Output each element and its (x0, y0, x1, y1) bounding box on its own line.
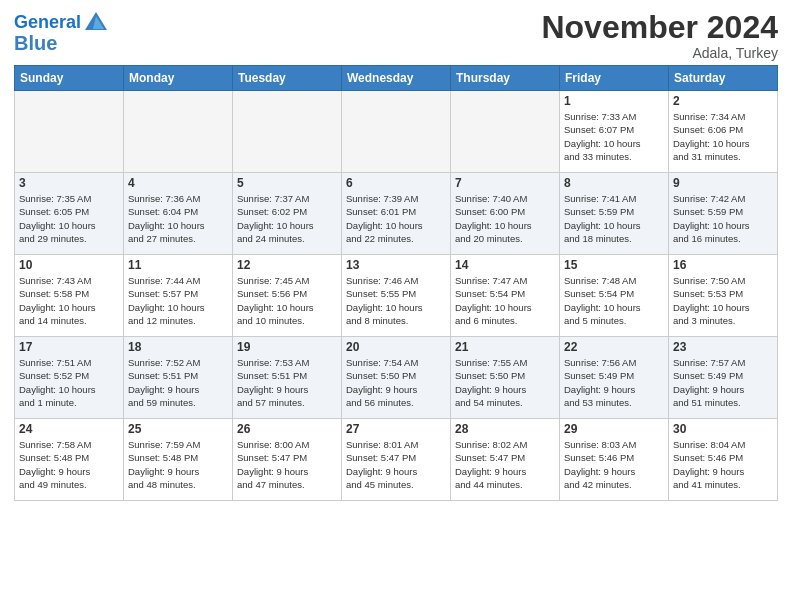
day-number: 9 (673, 176, 773, 190)
table-row (451, 91, 560, 173)
table-row: 20Sunrise: 7:54 AM Sunset: 5:50 PM Dayli… (342, 337, 451, 419)
location: Adala, Turkey (541, 45, 778, 61)
day-number: 29 (564, 422, 664, 436)
table-row: 4Sunrise: 7:36 AM Sunset: 6:04 PM Daylig… (124, 173, 233, 255)
day-info: Sunrise: 7:36 AM Sunset: 6:04 PM Dayligh… (128, 192, 228, 245)
table-row: 24Sunrise: 7:58 AM Sunset: 5:48 PM Dayli… (15, 419, 124, 501)
day-info: Sunrise: 7:40 AM Sunset: 6:00 PM Dayligh… (455, 192, 555, 245)
table-row: 9Sunrise: 7:42 AM Sunset: 5:59 PM Daylig… (669, 173, 778, 255)
header-sunday: Sunday (15, 66, 124, 91)
day-info: Sunrise: 7:42 AM Sunset: 5:59 PM Dayligh… (673, 192, 773, 245)
day-info: Sunrise: 7:59 AM Sunset: 5:48 PM Dayligh… (128, 438, 228, 491)
table-row: 16Sunrise: 7:50 AM Sunset: 5:53 PM Dayli… (669, 255, 778, 337)
table-row: 3Sunrise: 7:35 AM Sunset: 6:05 PM Daylig… (15, 173, 124, 255)
day-info: Sunrise: 7:56 AM Sunset: 5:49 PM Dayligh… (564, 356, 664, 409)
page-container: General Blue November 2024 Adala, Turkey… (0, 0, 792, 509)
day-info: Sunrise: 7:54 AM Sunset: 5:50 PM Dayligh… (346, 356, 446, 409)
day-info: Sunrise: 7:47 AM Sunset: 5:54 PM Dayligh… (455, 274, 555, 327)
table-row: 12Sunrise: 7:45 AM Sunset: 5:56 PM Dayli… (233, 255, 342, 337)
header-monday: Monday (124, 66, 233, 91)
day-number: 19 (237, 340, 337, 354)
day-info: Sunrise: 7:41 AM Sunset: 5:59 PM Dayligh… (564, 192, 664, 245)
day-number: 3 (19, 176, 119, 190)
calendar-week-row: 1Sunrise: 7:33 AM Sunset: 6:07 PM Daylig… (15, 91, 778, 173)
day-number: 23 (673, 340, 773, 354)
day-info: Sunrise: 7:58 AM Sunset: 5:48 PM Dayligh… (19, 438, 119, 491)
day-info: Sunrise: 8:03 AM Sunset: 5:46 PM Dayligh… (564, 438, 664, 491)
day-number: 4 (128, 176, 228, 190)
table-row: 22Sunrise: 7:56 AM Sunset: 5:49 PM Dayli… (560, 337, 669, 419)
day-info: Sunrise: 7:35 AM Sunset: 6:05 PM Dayligh… (19, 192, 119, 245)
day-number: 2 (673, 94, 773, 108)
header-thursday: Thursday (451, 66, 560, 91)
day-number: 8 (564, 176, 664, 190)
day-info: Sunrise: 7:48 AM Sunset: 5:54 PM Dayligh… (564, 274, 664, 327)
day-info: Sunrise: 7:57 AM Sunset: 5:49 PM Dayligh… (673, 356, 773, 409)
calendar-week-row: 3Sunrise: 7:35 AM Sunset: 6:05 PM Daylig… (15, 173, 778, 255)
day-number: 10 (19, 258, 119, 272)
day-info: Sunrise: 7:46 AM Sunset: 5:55 PM Dayligh… (346, 274, 446, 327)
table-row: 13Sunrise: 7:46 AM Sunset: 5:55 PM Dayli… (342, 255, 451, 337)
table-row: 26Sunrise: 8:00 AM Sunset: 5:47 PM Dayli… (233, 419, 342, 501)
table-row: 28Sunrise: 8:02 AM Sunset: 5:47 PM Dayli… (451, 419, 560, 501)
weekday-header-row: Sunday Monday Tuesday Wednesday Thursday… (15, 66, 778, 91)
table-row: 23Sunrise: 7:57 AM Sunset: 5:49 PM Dayli… (669, 337, 778, 419)
day-info: Sunrise: 8:00 AM Sunset: 5:47 PM Dayligh… (237, 438, 337, 491)
day-number: 13 (346, 258, 446, 272)
day-info: Sunrise: 7:37 AM Sunset: 6:02 PM Dayligh… (237, 192, 337, 245)
table-row: 17Sunrise: 7:51 AM Sunset: 5:52 PM Dayli… (15, 337, 124, 419)
table-row (15, 91, 124, 173)
table-row: 11Sunrise: 7:44 AM Sunset: 5:57 PM Dayli… (124, 255, 233, 337)
title-block: November 2024 Adala, Turkey (541, 10, 778, 61)
day-number: 25 (128, 422, 228, 436)
table-row: 18Sunrise: 7:52 AM Sunset: 5:51 PM Dayli… (124, 337, 233, 419)
table-row: 5Sunrise: 7:37 AM Sunset: 6:02 PM Daylig… (233, 173, 342, 255)
table-row: 30Sunrise: 8:04 AM Sunset: 5:46 PM Dayli… (669, 419, 778, 501)
header-saturday: Saturday (669, 66, 778, 91)
day-info: Sunrise: 7:55 AM Sunset: 5:50 PM Dayligh… (455, 356, 555, 409)
table-row: 15Sunrise: 7:48 AM Sunset: 5:54 PM Dayli… (560, 255, 669, 337)
calendar-week-row: 24Sunrise: 7:58 AM Sunset: 5:48 PM Dayli… (15, 419, 778, 501)
day-info: Sunrise: 7:50 AM Sunset: 5:53 PM Dayligh… (673, 274, 773, 327)
day-info: Sunrise: 7:45 AM Sunset: 5:56 PM Dayligh… (237, 274, 337, 327)
table-row: 21Sunrise: 7:55 AM Sunset: 5:50 PM Dayli… (451, 337, 560, 419)
table-row: 10Sunrise: 7:43 AM Sunset: 5:58 PM Dayli… (15, 255, 124, 337)
day-info: Sunrise: 7:34 AM Sunset: 6:06 PM Dayligh… (673, 110, 773, 163)
month-title: November 2024 (541, 10, 778, 45)
day-info: Sunrise: 7:51 AM Sunset: 5:52 PM Dayligh… (19, 356, 119, 409)
day-number: 26 (237, 422, 337, 436)
day-number: 20 (346, 340, 446, 354)
day-info: Sunrise: 7:44 AM Sunset: 5:57 PM Dayligh… (128, 274, 228, 327)
day-number: 6 (346, 176, 446, 190)
day-number: 17 (19, 340, 119, 354)
day-number: 14 (455, 258, 555, 272)
header: General Blue November 2024 Adala, Turkey (14, 10, 778, 61)
day-number: 15 (564, 258, 664, 272)
calendar-week-row: 17Sunrise: 7:51 AM Sunset: 5:52 PM Dayli… (15, 337, 778, 419)
day-info: Sunrise: 7:39 AM Sunset: 6:01 PM Dayligh… (346, 192, 446, 245)
table-row: 27Sunrise: 8:01 AM Sunset: 5:47 PM Dayli… (342, 419, 451, 501)
table-row: 2Sunrise: 7:34 AM Sunset: 6:06 PM Daylig… (669, 91, 778, 173)
day-number: 22 (564, 340, 664, 354)
table-row (233, 91, 342, 173)
day-number: 1 (564, 94, 664, 108)
calendar: Sunday Monday Tuesday Wednesday Thursday… (14, 65, 778, 501)
day-info: Sunrise: 7:53 AM Sunset: 5:51 PM Dayligh… (237, 356, 337, 409)
table-row (124, 91, 233, 173)
table-row: 1Sunrise: 7:33 AM Sunset: 6:07 PM Daylig… (560, 91, 669, 173)
calendar-week-row: 10Sunrise: 7:43 AM Sunset: 5:58 PM Dayli… (15, 255, 778, 337)
day-number: 18 (128, 340, 228, 354)
header-wednesday: Wednesday (342, 66, 451, 91)
day-info: Sunrise: 7:43 AM Sunset: 5:58 PM Dayligh… (19, 274, 119, 327)
table-row (342, 91, 451, 173)
day-info: Sunrise: 8:04 AM Sunset: 5:46 PM Dayligh… (673, 438, 773, 491)
day-number: 28 (455, 422, 555, 436)
header-friday: Friday (560, 66, 669, 91)
day-number: 27 (346, 422, 446, 436)
day-number: 7 (455, 176, 555, 190)
day-number: 5 (237, 176, 337, 190)
table-row: 25Sunrise: 7:59 AM Sunset: 5:48 PM Dayli… (124, 419, 233, 501)
table-row: 29Sunrise: 8:03 AM Sunset: 5:46 PM Dayli… (560, 419, 669, 501)
table-row: 14Sunrise: 7:47 AM Sunset: 5:54 PM Dayli… (451, 255, 560, 337)
day-number: 16 (673, 258, 773, 272)
